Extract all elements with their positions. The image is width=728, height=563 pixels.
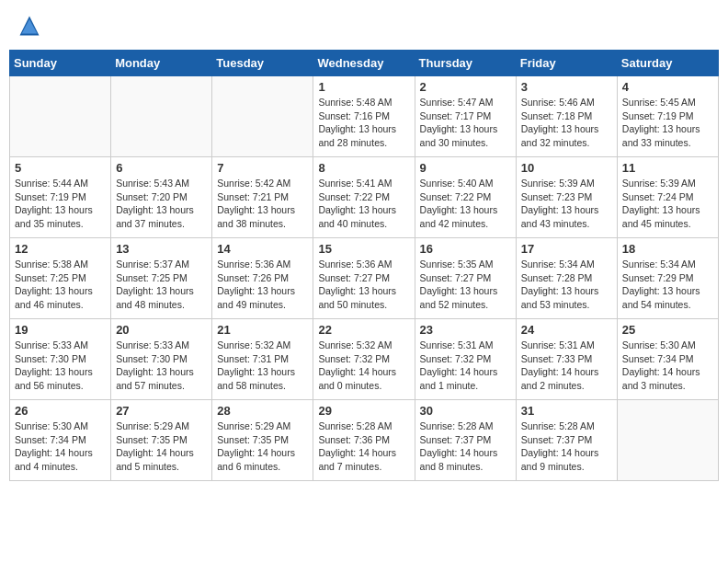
calendar-week-row: 19Sunrise: 5:33 AM Sunset: 7:30 PM Dayli… [10,319,719,400]
day-info: Sunrise: 5:42 AM Sunset: 7:21 PM Dayligh… [217,177,308,231]
day-info: Sunrise: 5:40 AM Sunset: 7:22 PM Dayligh… [420,177,511,231]
calendar-cell: 27Sunrise: 5:29 AM Sunset: 7:35 PM Dayli… [111,400,212,481]
day-number: 20 [116,323,207,337]
calendar-table: SundayMondayTuesdayWednesdayThursdayFrid… [9,50,719,481]
day-header-wednesday: Wednesday [313,51,415,76]
day-number: 13 [116,242,207,256]
calendar-cell: 6Sunrise: 5:43 AM Sunset: 7:20 PM Daylig… [111,157,212,238]
day-info: Sunrise: 5:28 AM Sunset: 7:36 PM Dayligh… [318,419,409,474]
day-info: Sunrise: 5:33 AM Sunset: 7:30 PM Dayligh… [15,339,106,393]
day-number: 22 [318,323,409,337]
day-info: Sunrise: 5:36 AM Sunset: 7:26 PM Dayligh… [217,258,308,312]
day-number: 10 [521,161,612,175]
day-info: Sunrise: 5:30 AM Sunset: 7:34 PM Dayligh… [622,339,713,393]
day-info: Sunrise: 5:43 AM Sunset: 7:20 PM Dayligh… [116,177,207,231]
calendar-week-row: 26Sunrise: 5:30 AM Sunset: 7:34 PM Dayli… [10,400,719,481]
page-header [9,9,719,42]
day-info: Sunrise: 5:31 AM Sunset: 7:32 PM Dayligh… [420,339,511,393]
day-info: Sunrise: 5:45 AM Sunset: 7:19 PM Dayligh… [622,96,713,150]
day-info: Sunrise: 5:32 AM Sunset: 7:32 PM Dayligh… [318,339,409,393]
day-info: Sunrise: 5:39 AM Sunset: 7:23 PM Dayligh… [521,177,612,231]
calendar-cell: 17Sunrise: 5:34 AM Sunset: 7:28 PM Dayli… [516,238,617,319]
day-info: Sunrise: 5:28 AM Sunset: 7:37 PM Dayligh… [521,419,612,474]
day-number: 28 [217,404,308,418]
logo [17,13,46,39]
day-header-tuesday: Tuesday [212,51,313,76]
day-number: 6 [116,161,207,175]
calendar-cell: 10Sunrise: 5:39 AM Sunset: 7:23 PM Dayli… [516,157,617,238]
day-number: 12 [15,242,106,256]
day-info: Sunrise: 5:37 AM Sunset: 7:25 PM Dayligh… [116,258,207,312]
day-number: 7 [217,161,308,175]
day-number: 15 [318,242,409,256]
calendar-cell: 1Sunrise: 5:48 AM Sunset: 7:16 PM Daylig… [313,76,415,157]
day-info: Sunrise: 5:47 AM Sunset: 7:17 PM Dayligh… [420,96,511,150]
day-number: 24 [521,323,612,337]
calendar-cell: 26Sunrise: 5:30 AM Sunset: 7:34 PM Dayli… [10,400,111,481]
day-info: Sunrise: 5:29 AM Sunset: 7:35 PM Dayligh… [116,419,207,474]
calendar-cell: 29Sunrise: 5:28 AM Sunset: 7:36 PM Dayli… [313,400,415,481]
calendar-week-row: 5Sunrise: 5:44 AM Sunset: 7:19 PM Daylig… [10,157,719,238]
calendar-header-row: SundayMondayTuesdayWednesdayThursdayFrid… [10,51,719,76]
calendar-cell: 22Sunrise: 5:32 AM Sunset: 7:32 PM Dayli… [313,319,415,400]
day-info: Sunrise: 5:29 AM Sunset: 7:35 PM Dayligh… [217,419,308,474]
day-header-sunday: Sunday [10,51,111,76]
day-number: 16 [420,242,511,256]
calendar-cell: 9Sunrise: 5:40 AM Sunset: 7:22 PM Daylig… [415,157,516,238]
calendar-cell: 19Sunrise: 5:33 AM Sunset: 7:30 PM Dayli… [10,319,111,400]
day-info: Sunrise: 5:38 AM Sunset: 7:25 PM Dayligh… [15,258,106,312]
day-number: 1 [318,80,409,94]
calendar-cell: 7Sunrise: 5:42 AM Sunset: 7:21 PM Daylig… [212,157,313,238]
day-number: 23 [420,323,511,337]
calendar-cell: 13Sunrise: 5:37 AM Sunset: 7:25 PM Dayli… [111,238,212,319]
day-info: Sunrise: 5:33 AM Sunset: 7:30 PM Dayligh… [116,339,207,393]
day-info: Sunrise: 5:35 AM Sunset: 7:27 PM Dayligh… [420,258,511,312]
calendar-cell: 20Sunrise: 5:33 AM Sunset: 7:30 PM Dayli… [111,319,212,400]
day-info: Sunrise: 5:34 AM Sunset: 7:29 PM Dayligh… [622,258,713,312]
day-info: Sunrise: 5:44 AM Sunset: 7:19 PM Dayligh… [15,177,106,231]
calendar-cell: 2Sunrise: 5:47 AM Sunset: 7:17 PM Daylig… [415,76,516,157]
calendar-cell: 8Sunrise: 5:41 AM Sunset: 7:22 PM Daylig… [313,157,415,238]
day-header-thursday: Thursday [415,51,516,76]
calendar-cell: 24Sunrise: 5:31 AM Sunset: 7:33 PM Dayli… [516,319,617,400]
day-number: 4 [622,80,713,94]
day-number: 8 [318,161,409,175]
calendar-cell [617,400,718,481]
day-info: Sunrise: 5:39 AM Sunset: 7:24 PM Dayligh… [622,177,713,231]
calendar-week-row: 12Sunrise: 5:38 AM Sunset: 7:25 PM Dayli… [10,238,719,319]
calendar-cell: 16Sunrise: 5:35 AM Sunset: 7:27 PM Dayli… [415,238,516,319]
calendar-cell: 23Sunrise: 5:31 AM Sunset: 7:32 PM Dayli… [415,319,516,400]
day-info: Sunrise: 5:31 AM Sunset: 7:33 PM Dayligh… [521,339,612,393]
calendar-cell [111,76,212,157]
day-number: 11 [622,161,713,175]
day-number: 3 [521,80,612,94]
day-info: Sunrise: 5:32 AM Sunset: 7:31 PM Dayligh… [217,339,308,393]
day-number: 30 [420,404,511,418]
general-blue-icon [17,13,42,39]
day-number: 26 [15,404,106,418]
calendar-cell: 30Sunrise: 5:28 AM Sunset: 7:37 PM Dayli… [415,400,516,481]
calendar-cell: 12Sunrise: 5:38 AM Sunset: 7:25 PM Dayli… [10,238,111,319]
calendar-cell: 14Sunrise: 5:36 AM Sunset: 7:26 PM Dayli… [212,238,313,319]
calendar-cell: 11Sunrise: 5:39 AM Sunset: 7:24 PM Dayli… [617,157,718,238]
day-number: 29 [318,404,409,418]
day-info: Sunrise: 5:34 AM Sunset: 7:28 PM Dayligh… [521,258,612,312]
day-header-monday: Monday [111,51,212,76]
calendar-cell: 15Sunrise: 5:36 AM Sunset: 7:27 PM Dayli… [313,238,415,319]
day-info: Sunrise: 5:46 AM Sunset: 7:18 PM Dayligh… [521,96,612,150]
day-number: 31 [521,404,612,418]
day-header-friday: Friday [516,51,617,76]
calendar-cell: 31Sunrise: 5:28 AM Sunset: 7:37 PM Dayli… [516,400,617,481]
day-number: 25 [622,323,713,337]
calendar-cell: 4Sunrise: 5:45 AM Sunset: 7:19 PM Daylig… [617,76,718,157]
day-header-saturday: Saturday [617,51,718,76]
day-info: Sunrise: 5:28 AM Sunset: 7:37 PM Dayligh… [420,419,511,474]
svg-marker-1 [22,19,38,33]
day-info: Sunrise: 5:36 AM Sunset: 7:27 PM Dayligh… [318,258,409,312]
calendar-cell: 25Sunrise: 5:30 AM Sunset: 7:34 PM Dayli… [617,319,718,400]
day-info: Sunrise: 5:41 AM Sunset: 7:22 PM Dayligh… [318,177,409,231]
day-info: Sunrise: 5:48 AM Sunset: 7:16 PM Dayligh… [318,96,409,150]
day-number: 9 [420,161,511,175]
calendar-cell: 3Sunrise: 5:46 AM Sunset: 7:18 PM Daylig… [516,76,617,157]
day-number: 21 [217,323,308,337]
